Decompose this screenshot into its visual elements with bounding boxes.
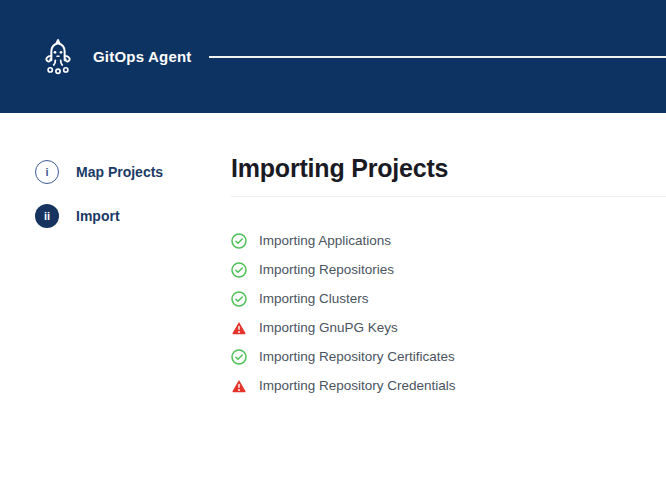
step-number-badge: i xyxy=(35,160,59,184)
import-status-list: Importing Applications Importing Reposit… xyxy=(231,226,666,400)
import-status-row: Importing Clusters xyxy=(231,284,666,313)
import-status-label: Importing Repositories xyxy=(259,262,394,277)
import-status-row: Importing GnuPG Keys xyxy=(231,313,666,342)
error-warning-triangle-icon xyxy=(231,320,247,336)
success-check-icon xyxy=(231,291,247,307)
error-warning-triangle-icon xyxy=(231,378,247,394)
step-number-badge: ii xyxy=(35,204,59,228)
import-status-label: Importing GnuPG Keys xyxy=(259,320,398,335)
import-status-row: Importing Repository Credentials xyxy=(231,371,666,400)
step-label: Map Projects xyxy=(76,164,163,180)
import-status-label: Importing Repository Certificates xyxy=(259,349,455,364)
success-check-icon xyxy=(231,233,247,249)
import-status-row: Importing Repository Certificates xyxy=(231,342,666,371)
main-content: Importing Projects Importing Application… xyxy=(231,113,666,400)
step-map-projects[interactable]: i Map Projects xyxy=(35,160,231,184)
wizard-stepper: i Map Projects ii Import xyxy=(0,113,231,400)
success-check-icon xyxy=(231,349,247,365)
step-import[interactable]: ii Import xyxy=(35,204,231,228)
header-divider-line xyxy=(209,56,666,58)
app-header: GitOps Agent xyxy=(0,0,666,113)
success-check-icon xyxy=(231,262,247,278)
step-label: Import xyxy=(76,208,120,224)
page-body: i Map Projects ii Import Importing Proje… xyxy=(0,113,666,400)
gitops-octopus-logo-icon xyxy=(38,34,78,80)
import-status-row: Importing Repositories xyxy=(231,255,666,284)
import-status-label: Importing Repository Credentials xyxy=(259,378,456,393)
import-status-label: Importing Clusters xyxy=(259,291,369,306)
app-title: GitOps Agent xyxy=(93,48,192,65)
page-title: Importing Projects xyxy=(231,153,666,183)
import-status-row: Importing Applications xyxy=(231,226,666,255)
import-status-label: Importing Applications xyxy=(259,233,391,248)
title-divider-line xyxy=(231,196,666,197)
